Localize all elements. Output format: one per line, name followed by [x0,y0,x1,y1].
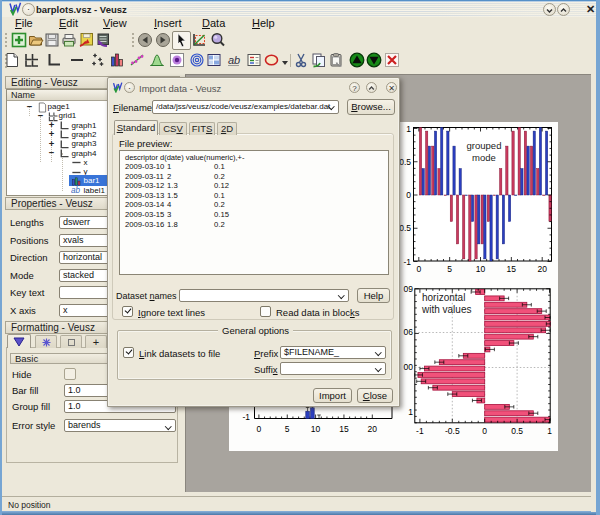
svg-text:10: 10 [476,264,486,274]
svg-text:-1: -1 [242,412,250,422]
svg-text:15: 15 [507,264,517,274]
svg-text:0.5: 0.5 [399,157,411,167]
svg-text:0: 0 [257,424,262,434]
svg-text:0.5: 0.5 [511,426,523,436]
svg-text:with values: with values [421,304,471,315]
svg-text:1: 1 [406,124,411,134]
svg-text:mode: mode [472,152,496,163]
svg-text:0: 0 [406,190,411,200]
svg-text:-1: -1 [403,257,411,267]
svg-text:ab: ab [228,54,240,66]
svg-text:10: 10 [311,424,321,434]
svg-text:20: 20 [368,424,378,434]
svg-text:09: 09 [404,284,414,294]
svg-text:-0.5: -0.5 [445,426,460,436]
svg-text:1: 1 [547,426,552,436]
svg-text:5: 5 [285,424,290,434]
svg-text:06: 06 [404,327,414,337]
svg-text:0: 0 [416,264,421,274]
svg-text:00: 00 [404,362,414,372]
svg-text:20: 20 [537,264,547,274]
svg-text:ab: ab [71,186,81,195]
svg-text:-1: -1 [416,426,424,436]
svg-text:1: 1 [408,407,413,417]
svg-text:horizontal: horizontal [422,292,465,303]
svg-text:15: 15 [339,424,349,434]
svg-text:0: 0 [482,426,487,436]
svg-text:grouped: grouped [467,140,502,151]
svg-text:5: 5 [447,264,452,274]
